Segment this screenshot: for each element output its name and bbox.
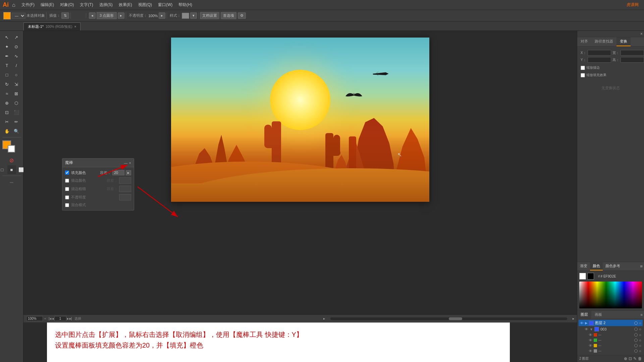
interpolation-btn[interactable]: ⇅ bbox=[61, 12, 69, 19]
brush-size-prev[interactable]: ◂ bbox=[89, 12, 96, 19]
document-tab[interactable]: 未标题-1* 100% (RGB/预览) × bbox=[23, 22, 80, 31]
edit-layer-btn[interactable]: ✎ bbox=[633, 356, 637, 361]
menu-view[interactable]: 视图(Q) bbox=[136, 1, 155, 8]
sublayer-gray-target[interactable] bbox=[634, 349, 638, 353]
menu-window[interactable]: 窗口(W) bbox=[155, 1, 175, 8]
warp-tool[interactable]: ≈ bbox=[3, 89, 11, 98]
home-icon[interactable]: ⌂ bbox=[12, 2, 15, 8]
sublayer-green-lock[interactable]: ○ bbox=[639, 338, 641, 342]
menu-help[interactable]: 帮助(H) bbox=[176, 1, 195, 8]
sublayer-green-vis-icon[interactable]: 👁 bbox=[589, 338, 592, 342]
sublayer-gray-lock[interactable]: ○ bbox=[639, 349, 641, 353]
menu-file[interactable]: 文件(F) bbox=[19, 1, 37, 8]
tab-pathfinder[interactable]: 路径查找器 bbox=[591, 37, 616, 46]
select-tool[interactable]: ↖ bbox=[3, 33, 11, 42]
sublayer-red-target[interactable] bbox=[634, 333, 638, 337]
horizontal-scrollbar[interactable] bbox=[330, 317, 567, 320]
opacity-checkbox[interactable] bbox=[65, 195, 69, 199]
doc-settings-btn[interactable]: 文档设置 bbox=[200, 12, 219, 19]
scrollbar-thumb[interactable] bbox=[449, 317, 462, 320]
tab-gradient[interactable]: 渐变 bbox=[577, 262, 590, 270]
preferences-btn[interactable]: 首选项 bbox=[221, 12, 236, 19]
magic-wand-tool[interactable]: ✦ bbox=[3, 42, 11, 51]
direct-select-tool[interactable]: ↗ bbox=[12, 33, 21, 42]
tab-close-btn[interactable]: × bbox=[74, 25, 76, 28]
menu-type[interactable]: 文字(T) bbox=[77, 1, 96, 8]
brush-size-next[interactable]: ▸ bbox=[118, 12, 124, 19]
menu-edit[interactable]: 编辑(E) bbox=[38, 1, 57, 8]
h-input[interactable] bbox=[621, 57, 644, 63]
tab-swatches[interactable]: 颜色参考 bbox=[603, 262, 623, 270]
delete-layer-btn[interactable]: 🗑 bbox=[638, 356, 642, 361]
fill-color-checkbox[interactable] bbox=[65, 171, 69, 175]
right-panel-close-btn[interactable]: × bbox=[640, 32, 643, 36]
scale-effects-checkbox[interactable] bbox=[581, 73, 585, 77]
artboard-play-btn[interactable]: ▸ bbox=[323, 317, 325, 320]
tab-layers[interactable]: 图层 bbox=[577, 311, 591, 318]
fill-tolerance-increase[interactable]: ▸ bbox=[126, 170, 131, 175]
menu-select[interactable]: 选择(S) bbox=[97, 1, 115, 8]
sublayer-red-item[interactable]: 👁 ··· ○ bbox=[579, 332, 643, 338]
canvas-area[interactable]: ↖ 魔棒 — × 填充颜色 容差： ▸ bbox=[23, 31, 577, 362]
sublayer-003-expand-icon[interactable]: ▼ bbox=[590, 327, 593, 331]
lasso-tool[interactable]: ⊙ bbox=[12, 42, 21, 51]
sublayer-003-target[interactable] bbox=[634, 327, 638, 331]
style-dropdown[interactable]: ▾ bbox=[190, 12, 197, 19]
stroke-color-swatch[interactable] bbox=[8, 145, 15, 153]
first-page-btn[interactable]: |◂ bbox=[49, 317, 51, 320]
opacity-expand[interactable]: ▸ bbox=[159, 12, 165, 19]
sublayer-green-item[interactable]: 👁 ··· ○ bbox=[579, 338, 643, 343]
sublayer-yellow-lock[interactable]: ○ bbox=[639, 344, 641, 348]
tab-transform[interactable]: 变换 bbox=[616, 37, 631, 46]
zoom-dropdown-icon[interactable]: ▾ bbox=[44, 317, 46, 320]
w-input[interactable] bbox=[621, 50, 644, 56]
line-tool[interactable]: / bbox=[12, 61, 21, 70]
layer-2-target[interactable] bbox=[634, 321, 638, 325]
x-input[interactable] bbox=[588, 50, 611, 56]
layer-2-vis-icon[interactable]: 👁 bbox=[580, 321, 584, 325]
new-layer-btn[interactable]: ⊕ bbox=[624, 356, 627, 361]
sublayer-gray-item[interactable]: 👁 ··· ○ bbox=[579, 348, 643, 354]
move-layer-btn[interactable]: ⊡ bbox=[629, 356, 632, 361]
tab-align[interactable]: 对齐 bbox=[577, 37, 591, 46]
color-panel-menu-btn[interactable]: ≡ bbox=[639, 262, 644, 270]
stroke-color-checkbox[interactable] bbox=[65, 179, 69, 183]
pen-tool[interactable]: ✒ bbox=[3, 52, 11, 60]
sublayer-red-vis-icon[interactable]: 👁 bbox=[589, 333, 592, 337]
scroll-right-btn[interactable]: ▸ bbox=[573, 317, 574, 320]
white-swatch[interactable] bbox=[579, 273, 586, 280]
black-swatch[interactable] bbox=[587, 273, 594, 280]
menu-effect[interactable]: 效果(E) bbox=[116, 1, 135, 8]
slice-tool[interactable]: ✂ bbox=[3, 117, 11, 126]
scale-strokes-checkbox[interactable] bbox=[581, 66, 585, 70]
none-color-btn[interactable]: ⊘ bbox=[7, 156, 16, 165]
artboard-tool[interactable]: ⊡ bbox=[3, 108, 11, 117]
tab-artboards[interactable]: 画板 bbox=[591, 311, 605, 318]
sublayer-003-lock[interactable]: ○ bbox=[639, 327, 641, 331]
next-page-btn[interactable]: ▸ bbox=[67, 317, 69, 320]
blend-mode-checkbox[interactable] bbox=[65, 203, 69, 207]
eraser-tool[interactable]: ✏ bbox=[12, 117, 21, 126]
bar-chart-tool[interactable]: ⬛ bbox=[12, 108, 21, 117]
ellipse-tool[interactable]: ○ bbox=[12, 70, 21, 79]
stroke-width-checkbox[interactable] bbox=[65, 187, 69, 191]
sublayer-003-vis-icon[interactable]: 👁 bbox=[585, 327, 588, 331]
panel-minimize-btn[interactable]: — bbox=[124, 161, 128, 165]
live-paint-tool[interactable]: ⬡ bbox=[12, 99, 21, 107]
curvature-tool[interactable]: ∿ bbox=[12, 52, 21, 60]
free-transform-tool[interactable]: ⊠ bbox=[12, 89, 21, 98]
last-page-btn[interactable]: ▸| bbox=[69, 317, 72, 320]
prev-page-btn[interactable]: ◂ bbox=[52, 317, 54, 320]
sublayer-yellow-target[interactable] bbox=[634, 344, 638, 347]
zoom-tool[interactable]: 🔍 bbox=[12, 127, 21, 135]
layer-2-expand-icon[interactable]: ▶ bbox=[585, 321, 588, 325]
shape-builder-tool[interactable]: ⊕ bbox=[3, 99, 11, 107]
scale-tool[interactable]: ⇲ bbox=[12, 80, 21, 88]
sublayer-gray-vis-icon[interactable]: 👁 bbox=[589, 349, 592, 353]
sublayer-green-target[interactable] bbox=[634, 339, 638, 342]
normal-screen-btn[interactable]: □ bbox=[0, 165, 7, 174]
type-tool[interactable]: T bbox=[3, 61, 11, 70]
dark-screen-btn[interactable]: ■ bbox=[7, 165, 16, 174]
sublayer-003-item[interactable]: 👁 ▼ 003 ○ bbox=[579, 326, 643, 332]
rotate-tool[interactable]: ↻ bbox=[3, 80, 11, 88]
